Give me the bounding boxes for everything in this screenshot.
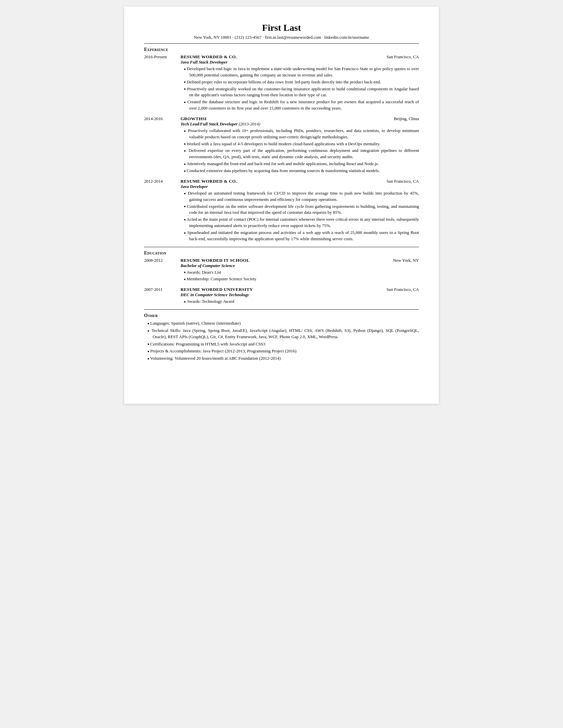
bullet-item: Contributed expertise on the entire soft… <box>184 204 419 216</box>
entry-2-dates: 2014-2016 <box>144 116 180 121</box>
other-bullet-item: Volunteering: Volunteered 20 hours/month… <box>147 355 419 362</box>
edu-2-school: Resume Worded University <box>180 287 253 292</box>
entry-3-location: San Francisco, CA <box>387 179 419 184</box>
edu-1-degree: Bachelor of Computer Science <box>180 263 419 268</box>
bullet-item: Attentively managed the front-end and ba… <box>184 161 419 167</box>
edu-1-school-row: Resume Worded IT School New York, NY <box>180 258 419 263</box>
bullet-item: Proactively and strategically worked on … <box>184 86 419 99</box>
education-section-title: Education <box>144 250 419 256</box>
other-divider <box>144 309 419 310</box>
edu-2-content: Resume Worded University San Francisco, … <box>180 287 419 305</box>
bullet-item: Developed an automated testing framework… <box>184 190 419 203</box>
entry-3-bullets: Developed an automated testing framework… <box>180 190 419 242</box>
entry-1-company: Resume Worded & Co. <box>180 54 237 60</box>
entry-3-title: Java Developer <box>180 184 419 189</box>
experience-entry-1: 2016-Present Resume Worded & Co. San Fra… <box>144 54 419 112</box>
entry-1-title: Java Full Stack Developer <box>180 60 419 65</box>
bullet-item: Spearheaded and initiated the migration … <box>184 230 419 242</box>
entry-3-content: Resume Worded & Co. San Francisco, CA Ja… <box>180 179 419 243</box>
entry-3-company: Resume Worded & Co. <box>180 179 237 184</box>
other-section: Other Languages: Spanish (native), Chine… <box>144 313 419 362</box>
entry-1-dates: 2016-Present <box>144 54 180 60</box>
other-bullets-list: Languages: Spanish (native), Chinese (in… <box>144 320 419 362</box>
entry-2-company-row: Growthsi Beijing, China <box>180 116 419 121</box>
other-bullet-item: Languages: Spanish (native), Chinese (in… <box>147 320 419 327</box>
header: First Last New York, NY 10001 · (212) 12… <box>144 23 419 40</box>
entry-1-location: San Francisco, CA <box>387 54 419 60</box>
other-bullet-item: Projects & Accomplishments: Java Project… <box>147 348 419 354</box>
experience-entry-2: 2014-2016 Growthsi Beijing, China Tech L… <box>144 116 419 175</box>
edu-2-school-row: Resume Worded University San Francisco, … <box>180 287 419 292</box>
experience-section: Experience 2016-Present Resume Worded & … <box>144 47 419 243</box>
education-section: Education 2008-2012 Resume Worded IT Sch… <box>144 250 419 306</box>
edu-1-school: Resume Worded IT School <box>180 258 250 263</box>
edu-2-degree: DEC in Computer Science Technology <box>180 292 419 297</box>
entry-2-location: Beijing, China <box>394 116 419 121</box>
bullet-item: Awards: Dean's List <box>184 269 419 276</box>
other-bullet-item: Technical Skills: Java (Spring, Spring B… <box>147 328 419 340</box>
education-entry-1: 2008-2012 Resume Worded IT School New Yo… <box>144 258 419 283</box>
bullet-item: Conducted extensive data pipelines by ac… <box>184 168 419 174</box>
edu-1-location: New York, NY <box>393 258 419 263</box>
resume-page: First Last New York, NY 10001 · (212) 12… <box>124 7 439 404</box>
bullet-item: Acted as the main point of contact (POC)… <box>184 216 419 229</box>
other-section-title: Other <box>144 313 419 318</box>
bullet-item: Membership: Computer Science Society <box>184 276 419 282</box>
entry-1-content: Resume Worded & Co. San Francisco, CA Ja… <box>180 54 419 112</box>
candidate-name: First Last <box>144 23 419 33</box>
entry-2-content: Growthsi Beijing, China Tech Lead/Full S… <box>180 116 419 175</box>
education-divider <box>144 247 419 247</box>
bullet-item: Defined proper rules to incorporate bill… <box>184 79 419 85</box>
entry-1-bullets: Developed back-end logic in Java to impl… <box>180 66 419 112</box>
education-entry-2: 2007-2011 Resume Worded University San F… <box>144 287 419 305</box>
edu-1-content: Resume Worded IT School New York, NY Bac… <box>180 258 419 283</box>
entry-2-company: Growthsi <box>180 116 207 121</box>
experience-entry-3: 2012-2014 Resume Worded & Co. San Franci… <box>144 179 419 243</box>
experience-section-title: Experience <box>144 47 419 52</box>
bullet-item: Proactively collaborated with 10+ profes… <box>184 128 419 140</box>
entry-2-title: Tech Lead/Full Stack Developer (2013-201… <box>180 121 419 127</box>
edu-2-location: San Francisco, CA <box>387 287 419 292</box>
edu-2-bullets: Awards: Technology Award <box>180 298 419 305</box>
bullet-item: Worked with a Java squad of 4-5 develope… <box>184 141 419 147</box>
edu-1-bullets: Awards: Dean's List Membership: Computer… <box>180 269 419 283</box>
entry-2-bullets: Proactively collaborated with 10+ profes… <box>180 128 419 174</box>
entry-3-dates: 2012-2014 <box>144 179 180 184</box>
entry-1-company-row: Resume Worded & Co. San Francisco, CA <box>180 54 419 60</box>
edu-2-dates: 2007-2011 <box>144 287 180 292</box>
entry-2-title-note: (2013-2014) <box>239 121 260 126</box>
other-bullet-item: Certifications: Programming in HTML5 wit… <box>147 341 419 347</box>
edu-1-dates: 2008-2012 <box>144 258 180 263</box>
bullet-item: Delivered expertise on every part of the… <box>184 148 419 160</box>
bullet-item: Developed back-end logic in Java to impl… <box>184 66 419 78</box>
bullet-item: Created the database structure and logic… <box>184 99 419 112</box>
entry-3-company-row: Resume Worded & Co. San Francisco, CA <box>180 179 419 184</box>
contact-info: New York, NY 10001 · (212) 123-4567 · fi… <box>144 35 419 40</box>
header-divider <box>144 43 419 44</box>
bullet-item: Awards: Technology Award <box>184 298 419 305</box>
